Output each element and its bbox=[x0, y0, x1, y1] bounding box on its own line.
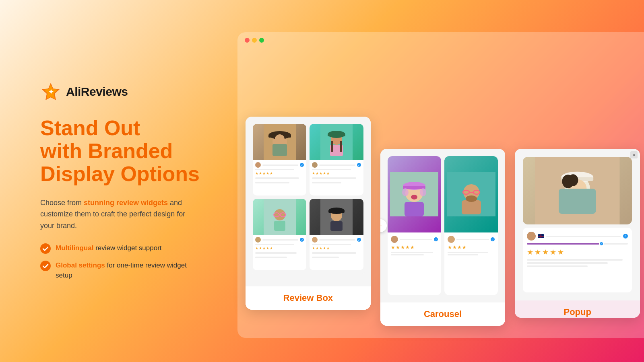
photo-black-hat bbox=[310, 199, 363, 235]
popup-inner: ✓ ✓ ★★★★★ bbox=[519, 153, 636, 296]
review-box-widget-card[interactable]: ✓ ★★★★★ bbox=[246, 117, 371, 310]
check-icon-global bbox=[40, 261, 51, 271]
popup-widget-card[interactable]: ✕ bbox=[515, 149, 640, 318]
svg-point-35 bbox=[411, 195, 417, 200]
review-meta-2: ✓ ★★★★★ bbox=[310, 160, 363, 186]
feature-text-multilingual: Multilingual review widget support bbox=[56, 243, 162, 253]
popup-content: ✕ bbox=[515, 149, 640, 300]
svg-point-50 bbox=[568, 174, 578, 186]
alireviews-logo-icon: ✦ bbox=[40, 81, 61, 102]
feature-list: Multilingual review widget support Globa… bbox=[40, 243, 201, 281]
carousel-photo-1 bbox=[388, 156, 441, 232]
review-box-label[interactable]: Review Box bbox=[246, 286, 371, 310]
popup-close-button[interactable]: ✕ bbox=[630, 151, 638, 158]
carousel-review-2: ✓ ★★★★ bbox=[444, 232, 498, 259]
review-meta-3: ✓ ★★★★★ bbox=[253, 235, 306, 261]
carousel-item-1: ✓ ★★★★★ bbox=[388, 156, 441, 295]
popup-photo bbox=[523, 157, 632, 224]
photo-man-pink-glasses bbox=[253, 199, 306, 235]
left-panel: ✦ AliReviews Stand Out with Branded Disp… bbox=[0, 57, 225, 305]
svg-rect-36 bbox=[405, 202, 424, 216]
review-box-content: ✓ ★★★★★ bbox=[246, 117, 371, 286]
carousel-label[interactable]: Carousel bbox=[380, 302, 506, 326]
page: ✦ AliReviews Stand Out with Branded Disp… bbox=[0, 0, 644, 362]
feature-text-global: Global settings for one-time review widg… bbox=[56, 260, 201, 281]
review-meta-1: ✓ ★★★★★ bbox=[253, 160, 306, 186]
headline: Stand Out with Branded Display Options bbox=[40, 117, 201, 186]
review-meta-4: ✓ ★★★★★ bbox=[310, 235, 363, 261]
carousel-photo-2 bbox=[444, 156, 498, 232]
svg-point-3 bbox=[40, 243, 51, 254]
svg-point-4 bbox=[40, 261, 51, 271]
carousel-review-1: ✓ ★★★★★ bbox=[388, 232, 441, 259]
browser-bar bbox=[237, 32, 644, 48]
svg-point-43 bbox=[466, 195, 477, 202]
popup-label[interactable]: Popup bbox=[515, 300, 640, 318]
carousel-item-2: ✓ ★★★★ bbox=[444, 156, 498, 295]
review-item-1: ✓ ★★★★★ bbox=[253, 124, 306, 195]
carousel-widget-card[interactable]: ← bbox=[380, 149, 506, 326]
svg-text:✦: ✦ bbox=[48, 88, 54, 95]
dot-green bbox=[259, 38, 264, 43]
review-item-4: ✓ ★★★★★ bbox=[310, 199, 363, 270]
review-item-2: ✓ ★★★★★ bbox=[310, 124, 363, 195]
logo-text: AliReviews bbox=[66, 85, 128, 99]
svg-rect-10 bbox=[272, 144, 287, 156]
dot-yellow bbox=[252, 38, 257, 43]
popup-review-detail: ✓ ✓ ★★★★★ bbox=[523, 228, 632, 292]
svg-point-33 bbox=[402, 188, 409, 196]
photo-man-hat bbox=[253, 124, 306, 160]
description: Choose from stunning review widgets and … bbox=[40, 197, 201, 232]
review-item-3: ✓ ★★★★★ bbox=[253, 199, 306, 270]
dot-red bbox=[245, 38, 250, 43]
svg-rect-51 bbox=[559, 189, 596, 214]
carousel-content: ← bbox=[380, 149, 506, 302]
logo-row: ✦ AliReviews bbox=[40, 81, 201, 102]
feature-item-multilingual: Multilingual review widget support bbox=[40, 243, 201, 254]
svg-rect-27 bbox=[328, 211, 345, 213]
svg-point-34 bbox=[420, 188, 426, 196]
cards-row: ✓ ★★★★★ bbox=[246, 133, 640, 326]
svg-point-9 bbox=[275, 134, 285, 144]
svg-rect-17 bbox=[340, 141, 342, 152]
check-icon-multilingual bbox=[40, 243, 51, 254]
svg-rect-42 bbox=[462, 200, 481, 214]
svg-rect-28 bbox=[330, 221, 343, 231]
svg-rect-23 bbox=[274, 221, 285, 231]
svg-rect-14 bbox=[328, 134, 345, 136]
review-grid: ✓ ★★★★★ bbox=[250, 121, 367, 274]
feature-item-global: Global settings for one-time review widg… bbox=[40, 260, 201, 281]
right-panel: ✓ ★★★★★ bbox=[225, 0, 644, 362]
carousel-inner: ✓ ★★★★★ bbox=[384, 153, 502, 298]
svg-rect-16 bbox=[331, 141, 333, 152]
photo-girl-green-hat bbox=[310, 124, 363, 160]
